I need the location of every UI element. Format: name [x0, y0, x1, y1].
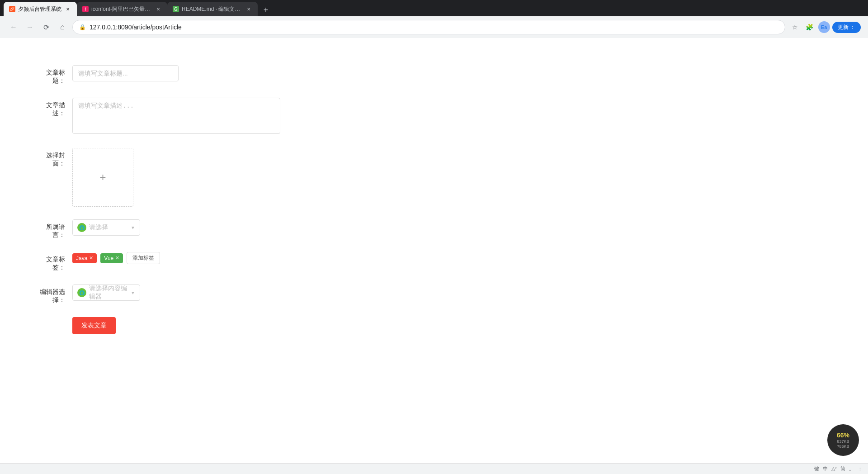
cover-upload[interactable]: +: [72, 148, 133, 207]
plus-icon: +: [99, 171, 106, 184]
tag-java-close[interactable]: ✕: [89, 255, 93, 261]
submit-row: 发表文章: [36, 317, 868, 334]
profile-avatar: Ea: [818, 21, 830, 33]
reload-button[interactable]: ⟳: [40, 21, 52, 33]
widget-percent: 66%: [837, 431, 849, 439]
desc-textarea[interactable]: [72, 98, 280, 134]
desc-control: [72, 98, 298, 135]
tags-control: Java ✕ Vue ✕ 添加标签: [72, 252, 298, 264]
tag-vue-close[interactable]: ✕: [115, 255, 119, 261]
tab-2[interactable]: i iconfont-阿里巴巴矢量图标库 ✕: [77, 2, 167, 16]
tab-2-favicon: i: [82, 6, 89, 12]
page-content: 文章标题： 文章描述： 选择封面： + 所属语言： 🌐 请选择 ▼: [0, 38, 868, 445]
editor-label: 编辑器选择：: [36, 284, 72, 304]
tab-2-title: iconfont-阿里巴巴矢量图标库: [91, 5, 152, 13]
tab-3-title: README.md · 编辑文件 · brigh...: [182, 5, 242, 13]
home-button[interactable]: ⌂: [56, 21, 69, 33]
submit-label-spacer: [36, 317, 72, 321]
lock-icon: 🔒: [79, 24, 86, 30]
toolbar-actions: ☆ 🧩 Ea 更新 ：: [789, 21, 861, 33]
forward-button[interactable]: →: [24, 21, 36, 33]
address-bar[interactable]: 🔒 127.0.0.1:8090/article/postArticle: [72, 20, 785, 34]
submit-button[interactable]: 发表文章: [72, 317, 116, 334]
editor-dropdown-arrow: ▼: [131, 290, 135, 295]
tag-java-label: Java: [76, 255, 87, 261]
cover-control: +: [72, 148, 298, 207]
url-text: 127.0.0.1:8090/article/postArticle: [90, 24, 778, 31]
tab-2-close[interactable]: ✕: [155, 5, 162, 13]
language-row: 所属语言： 🌐 请选择 ▼: [36, 219, 868, 239]
editor-select-placeholder: 请选择内容编辑器: [89, 284, 128, 301]
cover-label: 选择封面：: [36, 148, 72, 168]
browser-tabs: 夕 夕颜后台管理系统 ✕ i iconfont-阿里巴巴矢量图标库 ✕ G RE…: [0, 0, 868, 16]
extension-button[interactable]: 🧩: [803, 21, 816, 33]
title-row: 文章标题：: [36, 65, 868, 85]
browser-chrome: 夕 夕颜后台管理系统 ✕ i iconfont-阿里巴巴矢量图标库 ✕ G RE…: [0, 0, 868, 38]
widget-stat1: 837KB: [837, 439, 849, 444]
desc-label: 文章描述：: [36, 98, 72, 118]
language-select[interactable]: 🌐 请选择 ▼: [72, 219, 140, 236]
language-control: 🌐 请选择 ▼: [72, 219, 298, 236]
cover-row: 选择封面： +: [36, 148, 868, 207]
avatar-initials: Ea: [821, 24, 827, 30]
new-tab-button[interactable]: +: [259, 4, 272, 16]
tab-3-close[interactable]: ✕: [245, 5, 252, 13]
tag-vue: Vue ✕: [100, 253, 123, 263]
language-select-placeholder: 请选择: [89, 223, 108, 232]
tab-1-close[interactable]: ✕: [64, 5, 71, 13]
tab-1-favicon: 夕: [9, 6, 15, 12]
language-select-icon: 🌐: [77, 223, 86, 232]
tab-3-favicon: G: [173, 6, 179, 12]
add-tag-button[interactable]: 添加标签: [127, 252, 160, 264]
bookmark-button[interactable]: ☆: [789, 21, 802, 33]
tab-1-title: 夕颜后台管理系统: [18, 5, 61, 13]
editor-control: 🌐 请选择内容编辑器 ▼: [72, 284, 298, 301]
tags-row: 文章标签： Java ✕ Vue ✕ 添加标签: [36, 252, 868, 272]
desc-row: 文章描述：: [36, 98, 868, 135]
title-label: 文章标题：: [36, 65, 72, 85]
editor-select[interactable]: 🌐 请选择内容编辑器 ▼: [72, 284, 140, 301]
tags-label: 文章标签：: [36, 252, 72, 272]
title-control: [72, 65, 298, 81]
submit-control: 发表文章: [72, 317, 298, 334]
profile-button[interactable]: Ea: [818, 21, 830, 33]
widget-stat2: 786KB: [837, 444, 849, 445]
browser-toolbar: ← → ⟳ ⌂ 🔒 127.0.0.1:8090/article/postArt…: [0, 16, 868, 38]
language-dropdown-arrow: ▼: [131, 225, 135, 230]
tags-container: Java ✕ Vue ✕ 添加标签: [72, 252, 298, 264]
title-input[interactable]: [72, 65, 179, 81]
language-label: 所属语言：: [36, 219, 72, 239]
editor-row: 编辑器选择： 🌐 请选择内容编辑器 ▼: [36, 284, 868, 304]
back-button[interactable]: ←: [7, 21, 20, 33]
update-button[interactable]: 更新 ：: [832, 22, 861, 33]
tab-3[interactable]: G README.md · 编辑文件 · brigh... ✕: [167, 2, 258, 16]
tag-vue-label: Vue: [104, 255, 113, 261]
tag-java: Java ✕: [72, 253, 97, 263]
tab-1[interactable]: 夕 夕颜后台管理系统 ✕: [4, 2, 77, 16]
editor-select-icon: 🌐: [77, 288, 86, 297]
